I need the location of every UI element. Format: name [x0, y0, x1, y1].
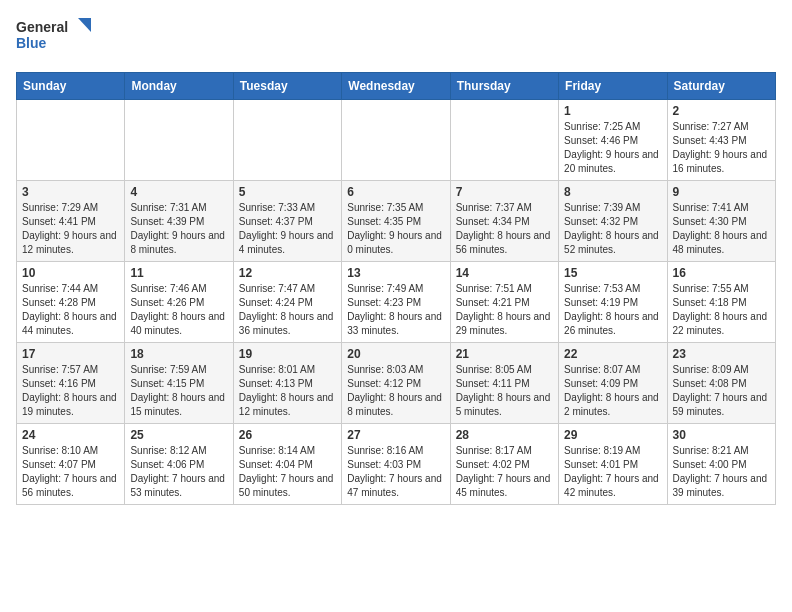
week-row-4: 17Sunrise: 7:57 AMSunset: 4:16 PMDayligh… [17, 343, 776, 424]
day-number: 7 [456, 185, 553, 199]
day-info: Sunrise: 7:33 AMSunset: 4:37 PMDaylight:… [239, 201, 336, 257]
day-info: Sunrise: 7:53 AMSunset: 4:19 PMDaylight:… [564, 282, 661, 338]
day-number: 28 [456, 428, 553, 442]
day-info: Sunrise: 7:25 AMSunset: 4:46 PMDaylight:… [564, 120, 661, 176]
weekday-header-row: SundayMondayTuesdayWednesdayThursdayFrid… [17, 73, 776, 100]
day-info: Sunrise: 7:29 AMSunset: 4:41 PMDaylight:… [22, 201, 119, 257]
calendar-cell: 7Sunrise: 7:37 AMSunset: 4:34 PMDaylight… [450, 181, 558, 262]
day-number: 2 [673, 104, 770, 118]
day-info: Sunrise: 8:12 AMSunset: 4:06 PMDaylight:… [130, 444, 227, 500]
calendar-cell: 19Sunrise: 8:01 AMSunset: 4:13 PMDayligh… [233, 343, 341, 424]
day-info: Sunrise: 8:05 AMSunset: 4:11 PMDaylight:… [456, 363, 553, 419]
day-number: 22 [564, 347, 661, 361]
weekday-header-saturday: Saturday [667, 73, 775, 100]
day-number: 10 [22, 266, 119, 280]
logo-svg: General Blue [16, 16, 96, 60]
day-info: Sunrise: 8:21 AMSunset: 4:00 PMDaylight:… [673, 444, 770, 500]
calendar-cell: 25Sunrise: 8:12 AMSunset: 4:06 PMDayligh… [125, 424, 233, 505]
calendar-cell: 23Sunrise: 8:09 AMSunset: 4:08 PMDayligh… [667, 343, 775, 424]
day-info: Sunrise: 8:07 AMSunset: 4:09 PMDaylight:… [564, 363, 661, 419]
calendar-cell: 18Sunrise: 7:59 AMSunset: 4:15 PMDayligh… [125, 343, 233, 424]
day-info: Sunrise: 8:19 AMSunset: 4:01 PMDaylight:… [564, 444, 661, 500]
calendar-cell [17, 100, 125, 181]
calendar-cell: 13Sunrise: 7:49 AMSunset: 4:23 PMDayligh… [342, 262, 450, 343]
day-number: 25 [130, 428, 227, 442]
page-header: General Blue [16, 16, 776, 60]
week-row-5: 24Sunrise: 8:10 AMSunset: 4:07 PMDayligh… [17, 424, 776, 505]
calendar-cell: 8Sunrise: 7:39 AMSunset: 4:32 PMDaylight… [559, 181, 667, 262]
calendar-cell: 20Sunrise: 8:03 AMSunset: 4:12 PMDayligh… [342, 343, 450, 424]
calendar-cell: 12Sunrise: 7:47 AMSunset: 4:24 PMDayligh… [233, 262, 341, 343]
day-number: 27 [347, 428, 444, 442]
calendar-cell: 2Sunrise: 7:27 AMSunset: 4:43 PMDaylight… [667, 100, 775, 181]
day-info: Sunrise: 7:59 AMSunset: 4:15 PMDaylight:… [130, 363, 227, 419]
day-number: 13 [347, 266, 444, 280]
calendar-cell: 30Sunrise: 8:21 AMSunset: 4:00 PMDayligh… [667, 424, 775, 505]
day-number: 24 [22, 428, 119, 442]
calendar-cell: 14Sunrise: 7:51 AMSunset: 4:21 PMDayligh… [450, 262, 558, 343]
calendar-cell: 9Sunrise: 7:41 AMSunset: 4:30 PMDaylight… [667, 181, 775, 262]
calendar-cell: 3Sunrise: 7:29 AMSunset: 4:41 PMDaylight… [17, 181, 125, 262]
weekday-header-wednesday: Wednesday [342, 73, 450, 100]
calendar-cell: 24Sunrise: 8:10 AMSunset: 4:07 PMDayligh… [17, 424, 125, 505]
calendar-cell [125, 100, 233, 181]
calendar-cell: 10Sunrise: 7:44 AMSunset: 4:28 PMDayligh… [17, 262, 125, 343]
day-number: 29 [564, 428, 661, 442]
day-info: Sunrise: 7:41 AMSunset: 4:30 PMDaylight:… [673, 201, 770, 257]
day-number: 12 [239, 266, 336, 280]
weekday-header-friday: Friday [559, 73, 667, 100]
day-info: Sunrise: 7:51 AMSunset: 4:21 PMDaylight:… [456, 282, 553, 338]
day-info: Sunrise: 8:03 AMSunset: 4:12 PMDaylight:… [347, 363, 444, 419]
day-number: 21 [456, 347, 553, 361]
day-info: Sunrise: 8:14 AMSunset: 4:04 PMDaylight:… [239, 444, 336, 500]
calendar-cell: 11Sunrise: 7:46 AMSunset: 4:26 PMDayligh… [125, 262, 233, 343]
day-info: Sunrise: 8:17 AMSunset: 4:02 PMDaylight:… [456, 444, 553, 500]
calendar-cell [233, 100, 341, 181]
day-info: Sunrise: 8:09 AMSunset: 4:08 PMDaylight:… [673, 363, 770, 419]
day-info: Sunrise: 7:39 AMSunset: 4:32 PMDaylight:… [564, 201, 661, 257]
calendar-cell: 5Sunrise: 7:33 AMSunset: 4:37 PMDaylight… [233, 181, 341, 262]
day-number: 14 [456, 266, 553, 280]
weekday-header-thursday: Thursday [450, 73, 558, 100]
week-row-3: 10Sunrise: 7:44 AMSunset: 4:28 PMDayligh… [17, 262, 776, 343]
day-number: 18 [130, 347, 227, 361]
week-row-1: 1Sunrise: 7:25 AMSunset: 4:46 PMDaylight… [17, 100, 776, 181]
calendar-cell: 29Sunrise: 8:19 AMSunset: 4:01 PMDayligh… [559, 424, 667, 505]
svg-marker-2 [78, 18, 91, 32]
day-number: 19 [239, 347, 336, 361]
calendar-cell: 22Sunrise: 8:07 AMSunset: 4:09 PMDayligh… [559, 343, 667, 424]
day-number: 30 [673, 428, 770, 442]
day-info: Sunrise: 7:44 AMSunset: 4:28 PMDaylight:… [22, 282, 119, 338]
calendar-cell: 16Sunrise: 7:55 AMSunset: 4:18 PMDayligh… [667, 262, 775, 343]
day-number: 26 [239, 428, 336, 442]
day-info: Sunrise: 7:57 AMSunset: 4:16 PMDaylight:… [22, 363, 119, 419]
day-info: Sunrise: 7:55 AMSunset: 4:18 PMDaylight:… [673, 282, 770, 338]
calendar-cell: 15Sunrise: 7:53 AMSunset: 4:19 PMDayligh… [559, 262, 667, 343]
day-info: Sunrise: 7:31 AMSunset: 4:39 PMDaylight:… [130, 201, 227, 257]
calendar-cell: 4Sunrise: 7:31 AMSunset: 4:39 PMDaylight… [125, 181, 233, 262]
calendar-cell: 6Sunrise: 7:35 AMSunset: 4:35 PMDaylight… [342, 181, 450, 262]
logo: General Blue [16, 16, 96, 60]
weekday-header-monday: Monday [125, 73, 233, 100]
day-number: 17 [22, 347, 119, 361]
day-info: Sunrise: 7:35 AMSunset: 4:35 PMDaylight:… [347, 201, 444, 257]
day-number: 5 [239, 185, 336, 199]
day-number: 4 [130, 185, 227, 199]
calendar-cell: 27Sunrise: 8:16 AMSunset: 4:03 PMDayligh… [342, 424, 450, 505]
svg-text:General: General [16, 19, 68, 35]
calendar-cell: 28Sunrise: 8:17 AMSunset: 4:02 PMDayligh… [450, 424, 558, 505]
day-info: Sunrise: 7:27 AMSunset: 4:43 PMDaylight:… [673, 120, 770, 176]
calendar-cell: 17Sunrise: 7:57 AMSunset: 4:16 PMDayligh… [17, 343, 125, 424]
week-row-2: 3Sunrise: 7:29 AMSunset: 4:41 PMDaylight… [17, 181, 776, 262]
day-info: Sunrise: 7:47 AMSunset: 4:24 PMDaylight:… [239, 282, 336, 338]
day-info: Sunrise: 7:46 AMSunset: 4:26 PMDaylight:… [130, 282, 227, 338]
day-number: 3 [22, 185, 119, 199]
calendar-cell: 1Sunrise: 7:25 AMSunset: 4:46 PMDaylight… [559, 100, 667, 181]
day-number: 15 [564, 266, 661, 280]
day-number: 23 [673, 347, 770, 361]
day-number: 16 [673, 266, 770, 280]
calendar-table: SundayMondayTuesdayWednesdayThursdayFrid… [16, 72, 776, 505]
day-number: 20 [347, 347, 444, 361]
calendar-cell [450, 100, 558, 181]
day-number: 6 [347, 185, 444, 199]
